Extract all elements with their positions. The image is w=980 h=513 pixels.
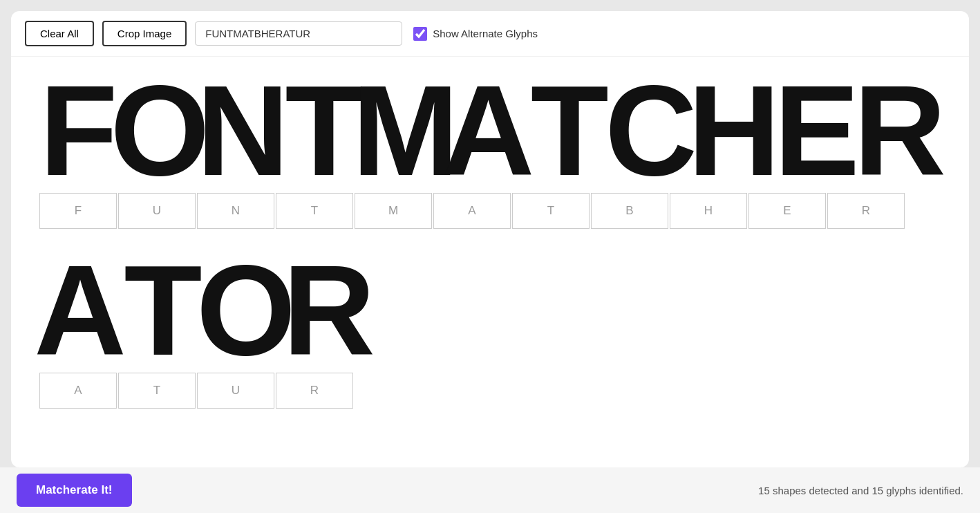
show-alternate-glyphs-checkbox[interactable] <box>413 27 427 41</box>
big-letter: F <box>39 71 118 192</box>
big-letter: C <box>610 71 692 192</box>
big-letter: R <box>288 250 370 372</box>
big-letter: M <box>364 71 447 192</box>
big-letter: O <box>205 250 288 372</box>
small-glyph-box[interactable]: H <box>670 193 747 229</box>
small-glyph-box[interactable]: M <box>355 193 432 229</box>
big-letter: T <box>122 250 205 372</box>
small-glyph-box[interactable]: T <box>512 193 590 229</box>
big-letter: E <box>775 71 858 192</box>
big-letter: R <box>858 71 941 192</box>
big-letter: N <box>201 71 284 192</box>
main-container: Clear All Crop Image Show Alternate Glyp… <box>11 11 969 467</box>
clear-all-button[interactable]: Clear All <box>25 21 94 46</box>
big-letter: O <box>118 71 201 192</box>
toolbar: Clear All Crop Image Show Alternate Glyp… <box>11 11 969 57</box>
show-alternate-glyphs-label: Show Alternate Glyphs <box>433 28 538 39</box>
row2-small-boxes: ATUR <box>39 372 941 409</box>
big-letter: H <box>692 71 775 192</box>
big-letter: A <box>447 71 530 192</box>
small-glyph-box[interactable]: R <box>827 193 905 229</box>
small-glyph-box[interactable]: T <box>276 193 353 229</box>
small-glyph-box[interactable]: N <box>197 193 274 229</box>
status-text: 15 shapes detected and 15 glyphs identif… <box>758 485 963 496</box>
small-glyph-box[interactable]: F <box>39 193 117 229</box>
crop-image-button[interactable]: Crop Image <box>102 21 187 46</box>
text-input[interactable] <box>195 21 402 46</box>
small-glyph-box[interactable]: E <box>748 193 826 229</box>
small-glyph-box[interactable]: B <box>591 193 668 229</box>
small-glyph-box[interactable]: A <box>433 193 511 229</box>
small-glyph-box[interactable]: T <box>118 373 196 409</box>
matcherate-button[interactable]: Matcherate It! <box>17 474 132 507</box>
row2-big-letters: ATOR <box>39 250 941 372</box>
row1-big-letters: FONTMATCHER <box>39 71 941 192</box>
small-glyph-box[interactable]: U <box>118 193 196 229</box>
big-letter: A <box>39 250 122 372</box>
small-glyph-box[interactable]: R <box>276 373 353 409</box>
content-area: FONTMATCHER FUNTMATBHER ATOR ATUR <box>11 57 969 467</box>
small-glyph-box[interactable]: U <box>197 373 274 409</box>
show-alternate-glyphs-toggle[interactable]: Show Alternate Glyphs <box>413 27 538 41</box>
big-letter: T <box>530 71 610 192</box>
row1-small-boxes: FUNTMATBHER <box>39 192 941 230</box>
bottom-bar: Matcherate It! 15 shapes detected and 15… <box>0 467 980 513</box>
small-glyph-box[interactable]: A <box>39 373 117 409</box>
